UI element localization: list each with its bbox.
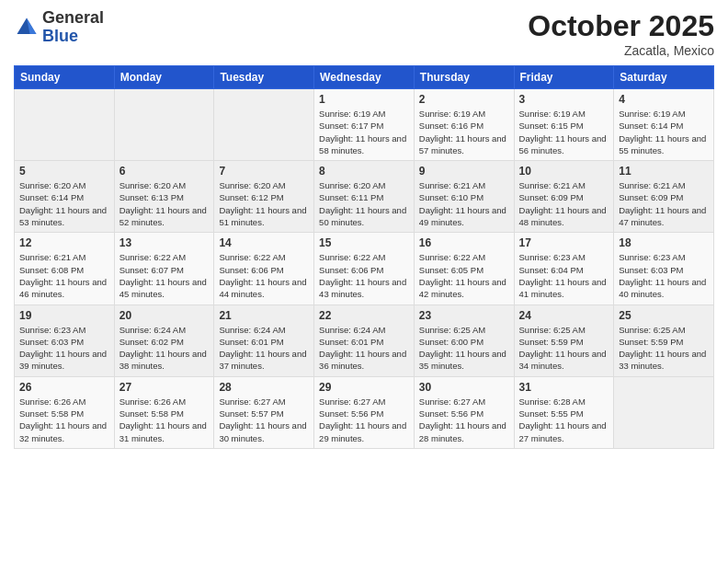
- day-number: 7: [219, 165, 309, 178]
- day-number: 24: [519, 309, 609, 322]
- calendar-cell: 8Sunrise: 6:20 AM Sunset: 6:11 PM Daylig…: [314, 161, 415, 233]
- day-number: 3: [519, 93, 609, 106]
- calendar-cell: 22Sunrise: 6:24 AM Sunset: 6:01 PM Dayli…: [314, 304, 415, 376]
- day-info: Sunrise: 6:25 AM Sunset: 5:59 PM Dayligh…: [619, 324, 709, 373]
- calendar-cell: 10Sunrise: 6:21 AM Sunset: 6:09 PM Dayli…: [514, 161, 614, 233]
- calendar-cell: [15, 89, 115, 161]
- logo: General Blue: [14, 9, 104, 46]
- day-header-friday: Friday: [514, 66, 614, 89]
- day-info: Sunrise: 6:22 AM Sunset: 6:06 PM Dayligh…: [319, 251, 409, 300]
- calendar-cell: [214, 89, 314, 161]
- day-header-saturday: Saturday: [614, 66, 714, 89]
- calendar-cell: 3Sunrise: 6:19 AM Sunset: 6:15 PM Daylig…: [514, 89, 614, 161]
- calendar-cell: 7Sunrise: 6:20 AM Sunset: 6:12 PM Daylig…: [214, 161, 314, 233]
- day-info: Sunrise: 6:27 AM Sunset: 5:56 PM Dayligh…: [419, 396, 509, 444]
- day-number: 12: [19, 236, 109, 249]
- calendar-cell: 27Sunrise: 6:26 AM Sunset: 5:58 PM Dayli…: [114, 376, 214, 448]
- calendar-cell: 14Sunrise: 6:22 AM Sunset: 6:06 PM Dayli…: [214, 233, 314, 304]
- calendar-cell: 19Sunrise: 6:23 AM Sunset: 6:03 PM Dayli…: [15, 304, 115, 376]
- day-number: 15: [319, 236, 409, 249]
- day-info: Sunrise: 6:25 AM Sunset: 6:00 PM Dayligh…: [419, 324, 509, 373]
- calendar-cell: 11Sunrise: 6:21 AM Sunset: 6:09 PM Dayli…: [614, 161, 714, 233]
- day-header-monday: Monday: [114, 66, 214, 89]
- day-number: 28: [219, 381, 309, 394]
- day-info: Sunrise: 6:21 AM Sunset: 6:08 PM Dayligh…: [19, 251, 109, 300]
- day-number: 25: [619, 309, 709, 322]
- calendar-cell: 17Sunrise: 6:23 AM Sunset: 6:04 PM Dayli…: [514, 233, 614, 304]
- day-info: Sunrise: 6:20 AM Sunset: 6:13 PM Dayligh…: [119, 179, 210, 228]
- calendar-cell: 23Sunrise: 6:25 AM Sunset: 6:00 PM Dayli…: [414, 304, 514, 376]
- calendar-week-2: 5Sunrise: 6:20 AM Sunset: 6:14 PM Daylig…: [15, 161, 714, 233]
- day-number: 16: [419, 236, 509, 249]
- logo-blue: Blue: [42, 28, 104, 46]
- day-info: Sunrise: 6:25 AM Sunset: 5:59 PM Dayligh…: [519, 324, 609, 373]
- calendar-week-4: 19Sunrise: 6:23 AM Sunset: 6:03 PM Dayli…: [15, 304, 714, 376]
- day-info: Sunrise: 6:21 AM Sunset: 6:09 PM Dayligh…: [519, 179, 609, 228]
- day-info: Sunrise: 6:19 AM Sunset: 6:16 PM Dayligh…: [419, 108, 509, 156]
- day-number: 2: [419, 93, 509, 106]
- day-number: 14: [219, 236, 309, 249]
- calendar-cell: 18Sunrise: 6:23 AM Sunset: 6:03 PM Dayli…: [614, 233, 714, 304]
- calendar-cell: 30Sunrise: 6:27 AM Sunset: 5:56 PM Dayli…: [414, 376, 514, 448]
- day-info: Sunrise: 6:21 AM Sunset: 6:10 PM Dayligh…: [419, 179, 509, 228]
- calendar-cell: 4Sunrise: 6:19 AM Sunset: 6:14 PM Daylig…: [614, 89, 714, 161]
- calendar-cell: 31Sunrise: 6:28 AM Sunset: 5:55 PM Dayli…: [514, 376, 614, 448]
- day-info: Sunrise: 6:19 AM Sunset: 6:15 PM Dayligh…: [519, 108, 609, 156]
- day-info: Sunrise: 6:24 AM Sunset: 6:01 PM Dayligh…: [219, 324, 309, 373]
- calendar-cell: 16Sunrise: 6:22 AM Sunset: 6:05 PM Dayli…: [414, 233, 514, 304]
- day-info: Sunrise: 6:19 AM Sunset: 6:14 PM Dayligh…: [619, 108, 709, 156]
- calendar-cell: 5Sunrise: 6:20 AM Sunset: 6:14 PM Daylig…: [15, 161, 115, 233]
- day-number: 30: [419, 381, 509, 394]
- day-number: 20: [119, 309, 210, 322]
- calendar-cell: 28Sunrise: 6:27 AM Sunset: 5:57 PM Dayli…: [214, 376, 314, 448]
- calendar-cell: 26Sunrise: 6:26 AM Sunset: 5:58 PM Dayli…: [15, 376, 115, 448]
- day-number: 17: [519, 236, 609, 249]
- day-info: Sunrise: 6:23 AM Sunset: 6:03 PM Dayligh…: [19, 324, 109, 373]
- day-number: 10: [519, 165, 609, 178]
- calendar-cell: 25Sunrise: 6:25 AM Sunset: 5:59 PM Dayli…: [614, 304, 714, 376]
- day-info: Sunrise: 6:27 AM Sunset: 5:56 PM Dayligh…: [319, 396, 409, 444]
- calendar-cell: 29Sunrise: 6:27 AM Sunset: 5:56 PM Dayli…: [314, 376, 415, 448]
- day-header-wednesday: Wednesday: [314, 66, 415, 89]
- calendar-cell: 13Sunrise: 6:22 AM Sunset: 6:07 PM Dayli…: [114, 233, 214, 304]
- day-info: Sunrise: 6:23 AM Sunset: 6:04 PM Dayligh…: [519, 251, 609, 300]
- logo-text: General Blue: [42, 9, 104, 46]
- calendar-cell: [114, 89, 214, 161]
- day-number: 26: [19, 381, 109, 394]
- day-number: 23: [419, 309, 509, 322]
- logo-general: General: [42, 9, 104, 28]
- calendar-header-row: SundayMondayTuesdayWednesdayThursdayFrid…: [15, 66, 714, 89]
- calendar-cell: 1Sunrise: 6:19 AM Sunset: 6:17 PM Daylig…: [314, 89, 415, 161]
- day-number: 21: [219, 309, 309, 322]
- day-info: Sunrise: 6:26 AM Sunset: 5:58 PM Dayligh…: [19, 396, 109, 444]
- day-header-sunday: Sunday: [15, 66, 115, 89]
- day-number: 9: [419, 165, 509, 178]
- calendar-cell: 9Sunrise: 6:21 AM Sunset: 6:10 PM Daylig…: [414, 161, 514, 233]
- calendar-cell: 6Sunrise: 6:20 AM Sunset: 6:13 PM Daylig…: [114, 161, 214, 233]
- header: General Blue October 2025 Zacatla, Mexic…: [14, 9, 714, 58]
- day-header-thursday: Thursday: [414, 66, 514, 89]
- day-number: 18: [619, 236, 709, 249]
- day-number: 8: [319, 165, 409, 178]
- logo-icon: [14, 15, 40, 40]
- calendar-week-3: 12Sunrise: 6:21 AM Sunset: 6:08 PM Dayli…: [15, 233, 714, 304]
- day-info: Sunrise: 6:22 AM Sunset: 6:05 PM Dayligh…: [419, 251, 509, 300]
- day-header-tuesday: Tuesday: [214, 66, 314, 89]
- day-info: Sunrise: 6:20 AM Sunset: 6:11 PM Dayligh…: [319, 179, 409, 228]
- day-info: Sunrise: 6:19 AM Sunset: 6:17 PM Dayligh…: [319, 108, 409, 156]
- day-number: 6: [119, 165, 210, 178]
- day-info: Sunrise: 6:24 AM Sunset: 6:02 PM Dayligh…: [119, 324, 210, 373]
- calendar-cell: [614, 376, 714, 448]
- calendar-cell: 12Sunrise: 6:21 AM Sunset: 6:08 PM Dayli…: [15, 233, 115, 304]
- day-info: Sunrise: 6:24 AM Sunset: 6:01 PM Dayligh…: [319, 324, 409, 373]
- day-info: Sunrise: 6:26 AM Sunset: 5:58 PM Dayligh…: [119, 396, 210, 444]
- day-info: Sunrise: 6:20 AM Sunset: 6:12 PM Dayligh…: [219, 179, 309, 228]
- calendar-cell: 2Sunrise: 6:19 AM Sunset: 6:16 PM Daylig…: [414, 89, 514, 161]
- day-number: 11: [619, 165, 709, 178]
- day-info: Sunrise: 6:20 AM Sunset: 6:14 PM Dayligh…: [19, 179, 109, 228]
- day-number: 1: [319, 93, 409, 106]
- calendar-cell: 24Sunrise: 6:25 AM Sunset: 5:59 PM Dayli…: [514, 304, 614, 376]
- calendar-week-1: 1Sunrise: 6:19 AM Sunset: 6:17 PM Daylig…: [15, 89, 714, 161]
- day-number: 4: [619, 93, 709, 106]
- day-number: 22: [319, 309, 409, 322]
